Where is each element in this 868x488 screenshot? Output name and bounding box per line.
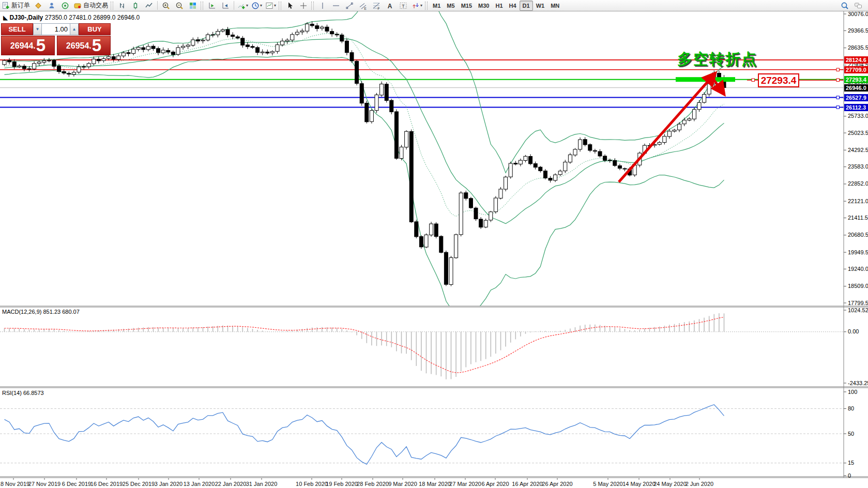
signal-icon xyxy=(61,2,69,10)
channel-icon: E xyxy=(359,2,367,10)
zoomin-icon xyxy=(162,2,170,10)
sell-button[interactable]: SELL xyxy=(1,23,33,35)
metaeditor-button[interactable] xyxy=(32,0,45,11)
zoom-in-button[interactable] xyxy=(159,0,173,11)
sell-price[interactable]: 26944. 5 xyxy=(1,36,55,55)
text-label-button[interactable]: T xyxy=(397,0,410,11)
horizontal-line-button[interactable] xyxy=(329,0,343,11)
candlestick-chart-button[interactable] xyxy=(129,0,142,11)
text-button[interactable]: A xyxy=(383,0,397,11)
indicators-button[interactable]: ▾ xyxy=(236,0,250,11)
chart-pointer-icon: ◣ xyxy=(3,14,8,21)
bars-icon xyxy=(118,2,126,10)
candle-icon xyxy=(131,2,140,10)
cursor-icon xyxy=(286,2,294,10)
tile-windows-button[interactable] xyxy=(186,0,200,11)
ohlc-open: 27350.0 xyxy=(45,14,67,21)
arrows-icon xyxy=(412,2,420,10)
candles xyxy=(3,22,726,286)
textA-icon: A xyxy=(386,2,394,10)
equidistant-channel-button[interactable]: E xyxy=(356,0,370,11)
timeframe-m5[interactable]: M5 xyxy=(444,1,458,11)
volume-decrease-button[interactable]: ▼ xyxy=(33,23,42,35)
rsi-line xyxy=(5,405,724,464)
ohlc-high: 27481.0 xyxy=(69,14,91,21)
linec-icon xyxy=(145,2,153,10)
ohlc-low: 26899.0 xyxy=(93,14,115,21)
templates-dropdown-icon[interactable]: ▾ xyxy=(274,3,276,8)
line-handle xyxy=(836,106,840,109)
bar-chart-button[interactable] xyxy=(115,0,129,11)
periods-button[interactable]: ▾ xyxy=(250,0,264,11)
bollinger-middle xyxy=(5,39,724,224)
ohlc-close: 26946.0 xyxy=(117,14,140,21)
timeframe-h1[interactable]: H1 xyxy=(492,1,506,11)
neworder-icon xyxy=(2,2,10,10)
template-icon xyxy=(265,2,273,10)
vertical-line-button[interactable] xyxy=(316,0,329,11)
timeframe-d1[interactable]: D1 xyxy=(520,1,533,11)
new-order-button[interactable]: 新订单 xyxy=(0,0,32,11)
timeframe-m15[interactable]: M15 xyxy=(458,1,475,11)
publish-profile-button[interactable] xyxy=(45,0,58,11)
cross-icon xyxy=(299,2,308,10)
autoscroll-icon xyxy=(208,2,216,10)
shift-icon xyxy=(221,2,230,10)
line-chart-button[interactable] xyxy=(142,0,156,11)
volume-increase-button[interactable]: ▲ xyxy=(70,23,79,35)
main-pane[interactable] xyxy=(0,0,844,313)
svg-text:T: T xyxy=(402,3,405,8)
bollinger-lower xyxy=(5,56,724,313)
autotrading-label: 自动交易 xyxy=(83,1,108,10)
buy-price[interactable]: 26954. 5 xyxy=(57,36,111,55)
addind-icon xyxy=(237,2,246,10)
clock-icon xyxy=(251,2,260,10)
person-icon xyxy=(48,2,56,10)
timeframe-w1[interactable]: W1 xyxy=(533,1,548,11)
indicators-dropdown-icon[interactable]: ▾ xyxy=(246,3,248,8)
signals-button[interactable] xyxy=(58,0,72,11)
price-chart[interactable] xyxy=(0,0,868,488)
fibonacci-button[interactable]: F xyxy=(370,0,383,11)
templates-button[interactable]: ▾ xyxy=(264,0,278,11)
line-handle xyxy=(836,68,840,71)
arrows-button[interactable]: ▾ xyxy=(410,0,424,11)
labelT-icon: T xyxy=(399,2,407,10)
crosshair-button[interactable] xyxy=(297,0,310,11)
zoom-out-button[interactable] xyxy=(173,0,186,11)
line-handle xyxy=(836,96,840,99)
bollinger-upper xyxy=(5,0,724,173)
robot-icon xyxy=(73,2,82,10)
fibo-icon: F xyxy=(372,2,380,10)
highlight-zone xyxy=(676,77,735,82)
ema-line xyxy=(5,34,724,217)
price-callout-box: 27293.4 xyxy=(758,73,799,87)
main-toolbar: 新订单自动交易▾▾▾EFAT▾M1M5M15M30H1H4D1W1MN xyxy=(0,0,868,11)
macd-pane[interactable] xyxy=(0,313,844,379)
autotrading-button[interactable]: 自动交易 xyxy=(72,0,110,11)
timeframe-h4[interactable]: H4 xyxy=(506,1,520,11)
buy-price-pip: 5 xyxy=(92,37,101,54)
periods-dropdown-icon[interactable]: ▾ xyxy=(260,3,262,8)
auto-scroll-button[interactable] xyxy=(205,0,219,11)
timeframe-mn[interactable]: MN xyxy=(547,1,562,11)
arrows-dropdown-icon[interactable]: ▾ xyxy=(420,3,422,8)
buy-button[interactable]: BUY xyxy=(79,23,111,35)
symbol-period-label: DJ30-,Daily xyxy=(10,14,43,21)
vline-icon xyxy=(318,2,327,10)
cursor-button[interactable] xyxy=(283,0,297,11)
chart-shift-button[interactable] xyxy=(219,0,232,11)
timeframe-m1[interactable]: M1 xyxy=(430,1,444,11)
macd-signal-line xyxy=(5,317,724,373)
trendline-button[interactable] xyxy=(343,0,356,11)
buy-price-main: 26954. xyxy=(66,38,92,54)
timeframe-m30[interactable]: M30 xyxy=(475,1,492,11)
zoomout-icon xyxy=(175,2,184,10)
volume-input[interactable] xyxy=(42,23,70,35)
rsi-pane[interactable] xyxy=(0,405,844,464)
community-button[interactable] xyxy=(851,0,865,11)
svg-text:F: F xyxy=(378,6,380,10)
sell-price-main: 26944. xyxy=(10,38,36,54)
search-icon xyxy=(841,2,849,10)
search-button[interactable] xyxy=(838,0,851,11)
